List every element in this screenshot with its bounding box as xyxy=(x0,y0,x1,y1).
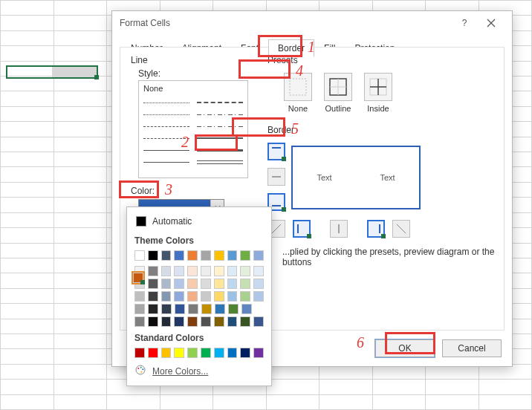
preset-outline[interactable] xyxy=(324,73,352,101)
color-swatch[interactable] xyxy=(240,279,250,289)
line-style-option[interactable] xyxy=(143,158,189,166)
close-icon[interactable] xyxy=(478,13,505,33)
line-style-option[interactable] xyxy=(143,146,189,154)
color-swatch[interactable] xyxy=(240,316,250,327)
line-style-none[interactable]: None xyxy=(143,84,243,93)
color-swatch[interactable] xyxy=(187,279,198,289)
color-swatch[interactable] xyxy=(227,316,238,327)
color-swatch[interactable] xyxy=(201,304,212,314)
color-swatch[interactable] xyxy=(174,279,184,289)
line-style-option[interactable] xyxy=(143,111,189,118)
color-swatch[interactable] xyxy=(201,291,211,302)
line-style-option[interactable] xyxy=(143,134,189,142)
color-swatch[interactable] xyxy=(148,348,158,358)
color-swatch[interactable] xyxy=(253,250,264,261)
color-swatch[interactable] xyxy=(227,291,238,302)
color-swatch[interactable] xyxy=(187,250,198,261)
color-swatch[interactable] xyxy=(214,250,224,261)
line-style-option[interactable] xyxy=(197,99,243,106)
color-swatch[interactable] xyxy=(161,348,172,358)
color-swatch[interactable] xyxy=(227,348,238,358)
color-swatch[interactable] xyxy=(161,304,172,314)
color-swatch[interactable] xyxy=(134,291,145,302)
preset-none[interactable] xyxy=(284,73,312,101)
color-swatch[interactable] xyxy=(253,316,264,327)
color-swatch[interactable] xyxy=(214,348,224,358)
color-swatch[interactable] xyxy=(253,348,264,358)
line-style-option[interactable] xyxy=(197,158,243,166)
color-swatch[interactable] xyxy=(175,304,185,314)
color-swatch[interactable] xyxy=(133,273,143,283)
line-style-option[interactable] xyxy=(197,134,243,142)
line-style-option[interactable] xyxy=(197,123,243,130)
color-swatch[interactable] xyxy=(253,279,264,289)
color-swatch[interactable] xyxy=(241,304,252,314)
color-swatch[interactable] xyxy=(148,266,158,276)
color-swatch[interactable] xyxy=(227,250,238,261)
border-left-button[interactable] xyxy=(293,220,311,238)
border-diag-down-button[interactable] xyxy=(392,220,410,238)
color-swatch[interactable] xyxy=(134,316,145,327)
tab-border[interactable]: Border xyxy=(268,39,314,57)
more-colors[interactable]: More Colors... xyxy=(134,364,264,378)
color-swatch[interactable] xyxy=(227,279,238,289)
color-swatch[interactable] xyxy=(240,266,250,276)
color-swatch[interactable] xyxy=(214,266,224,276)
color-swatch[interactable] xyxy=(214,316,224,327)
border-top-button[interactable] xyxy=(267,143,285,160)
border-preview[interactable]: Text Text xyxy=(291,146,421,209)
color-swatch[interactable] xyxy=(174,250,184,261)
color-swatch[interactable] xyxy=(227,266,238,276)
color-swatch[interactable] xyxy=(240,291,250,302)
color-swatch[interactable] xyxy=(148,279,158,289)
line-style-option[interactable] xyxy=(143,123,189,130)
automatic-color[interactable]: Automatic xyxy=(134,213,264,230)
color-swatch[interactable] xyxy=(148,304,158,314)
color-swatch[interactable] xyxy=(188,304,198,314)
line-style-option[interactable] xyxy=(197,146,243,154)
color-swatch[interactable] xyxy=(201,279,211,289)
color-swatch[interactable] xyxy=(253,291,264,302)
color-swatch[interactable] xyxy=(215,304,225,314)
line-style-box[interactable]: None xyxy=(138,80,248,178)
line-style-option[interactable] xyxy=(197,111,243,118)
color-swatch[interactable] xyxy=(201,348,211,358)
cancel-button[interactable]: Cancel xyxy=(442,339,502,357)
color-swatch[interactable] xyxy=(134,250,145,261)
color-swatch[interactable] xyxy=(161,316,172,327)
selected-cell-range[interactable] xyxy=(6,65,98,79)
color-swatch[interactable] xyxy=(201,316,211,327)
color-swatch[interactable] xyxy=(187,266,198,276)
color-swatch[interactable] xyxy=(240,250,250,261)
color-swatch[interactable] xyxy=(201,250,211,261)
color-swatch[interactable] xyxy=(161,291,172,302)
color-swatch[interactable] xyxy=(187,348,198,358)
color-swatch[interactable] xyxy=(240,348,250,358)
color-swatch[interactable] xyxy=(214,279,224,289)
border-right-button[interactable] xyxy=(367,220,385,238)
border-middle-v-button[interactable] xyxy=(330,220,348,238)
color-swatch[interactable] xyxy=(253,266,264,276)
color-swatch[interactable] xyxy=(174,266,184,276)
color-swatch[interactable] xyxy=(134,348,145,358)
color-swatch[interactable] xyxy=(214,291,224,302)
color-swatch[interactable] xyxy=(174,348,184,358)
color-swatch[interactable] xyxy=(187,291,198,302)
color-swatch[interactable] xyxy=(228,304,239,314)
color-swatch[interactable] xyxy=(148,316,158,327)
color-swatch[interactable] xyxy=(174,291,184,302)
color-swatch[interactable] xyxy=(161,250,172,261)
color-swatch[interactable] xyxy=(148,291,158,302)
color-swatch[interactable] xyxy=(134,304,145,314)
border-middle-h-button[interactable] xyxy=(267,168,285,186)
preset-inside[interactable] xyxy=(364,73,392,101)
color-swatch[interactable] xyxy=(161,266,172,276)
color-swatch[interactable] xyxy=(161,279,172,289)
color-swatch[interactable] xyxy=(174,316,184,327)
line-style-option[interactable] xyxy=(143,99,189,106)
color-swatch[interactable] xyxy=(148,250,158,261)
help-button[interactable]: ? xyxy=(451,13,478,33)
ok-button[interactable]: OK xyxy=(375,339,435,357)
color-swatch[interactable] xyxy=(201,266,211,276)
color-swatch[interactable] xyxy=(187,316,198,327)
